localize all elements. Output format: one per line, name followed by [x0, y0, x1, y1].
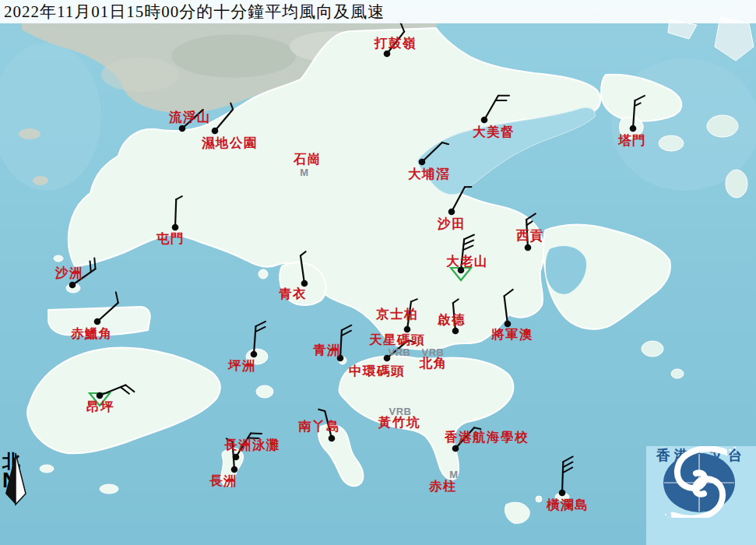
station-label: 京士柏	[376, 306, 418, 323]
map-title-bar: 2022年11月01日15時00分的十分鐘平均風向及風速	[0, 0, 756, 23]
station-label: 沙洲	[55, 265, 83, 282]
station-label: 坪洲	[228, 357, 256, 374]
station-label: 昂坪	[86, 399, 114, 416]
station-label: 青洲	[313, 342, 341, 359]
station-label: 中環碼頭	[349, 363, 405, 380]
station-label: 橫瀾島	[547, 497, 589, 514]
map-title: 2022年11月01日15時00分的十分鐘平均風向及風速	[4, 2, 385, 21]
station-label: 將軍澳	[491, 326, 533, 343]
station-label: 大老山	[446, 253, 488, 270]
station-label: 打鼓嶺	[374, 35, 417, 52]
station-label: 沙田	[438, 216, 466, 233]
station-label: 塔門	[618, 132, 646, 149]
north-indicator: 北 N	[2, 452, 33, 490]
island-sha-chau	[66, 283, 80, 293]
station-label: 西貢	[516, 227, 544, 244]
island-hei-ling-chau	[256, 385, 273, 398]
hko-logo-icon	[646, 446, 756, 518]
station-label: 屯門	[156, 230, 185, 248]
station-label: 流浮山	[169, 109, 211, 126]
missing-data-marker: M	[300, 167, 308, 178]
island-ma-wan	[258, 269, 268, 279]
wind-map-screen: 打鼓嶺流浮山濕地公園大美督塔門石崗M大埔滘沙田屯門沙洲西貢大老山青衣赤鱲角京士柏…	[0, 0, 756, 545]
station-label: 青衣	[279, 286, 307, 303]
hong-kong-map	[0, 0, 756, 545]
station-label: 長洲	[209, 473, 237, 490]
station-label: 赤鱲角	[71, 325, 113, 343]
station-label: 長洲泳灘	[224, 437, 280, 454]
north-arrow-icon	[2, 452, 29, 506]
station-label: 大埔滘	[408, 166, 450, 183]
station-label: 大美督	[473, 124, 515, 141]
variable-wind-marker: VRB	[389, 406, 412, 417]
variable-wind-marker: VRB	[389, 346, 411, 358]
station-label: 香港航海學校	[445, 429, 529, 446]
variable-wind-marker: VRB	[422, 346, 445, 358]
island-soko	[100, 484, 118, 494]
station-label: 南丫島	[298, 418, 340, 435]
hko-logo: 香港天文台 HONG KONG OBSERVATORY	[646, 446, 756, 545]
station-label: 濕地公園	[202, 135, 258, 152]
station-label: 赤柱	[429, 478, 457, 495]
missing-data-marker: M	[449, 469, 458, 480]
station-label: 啟德	[438, 311, 466, 329]
